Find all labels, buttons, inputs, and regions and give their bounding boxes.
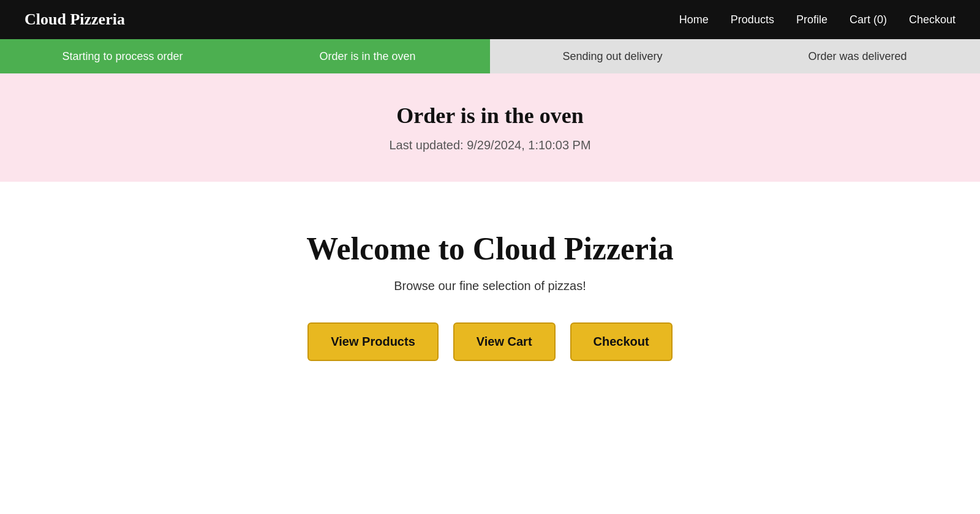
cta-button-row: View Products View Cart Checkout <box>307 322 672 361</box>
order-status-title: Order is in the oven <box>12 103 968 128</box>
brand-logo: Cloud Pizzeria <box>24 10 125 29</box>
nav-home[interactable]: Home <box>679 13 709 26</box>
welcome-title: Welcome to Cloud Pizzeria <box>306 231 673 267</box>
nav-profile[interactable]: Profile <box>796 13 827 26</box>
view-cart-button[interactable]: View Cart <box>453 322 556 361</box>
progress-step-3: Sending out delivery <box>490 39 735 73</box>
nav-cart[interactable]: Cart (0) <box>850 13 887 26</box>
nav-products[interactable]: Products <box>731 13 774 26</box>
main-content: Welcome to Cloud Pizzeria Browse our fin… <box>0 182 980 398</box>
checkout-button[interactable]: Checkout <box>570 322 673 361</box>
nav-links: Home Products Profile Cart (0) Checkout <box>679 13 956 26</box>
progress-step-2: Order is in the oven <box>245 39 490 73</box>
progress-step-4: Order was delivered <box>735 39 980 73</box>
view-products-button[interactable]: View Products <box>307 322 438 361</box>
navbar: Cloud Pizzeria Home Products Profile Car… <box>0 0 980 39</box>
order-status-banner: Order is in the oven Last updated: 9/29/… <box>0 73 980 182</box>
progress-step-1: Starting to process order <box>0 39 245 73</box>
order-progress-bar: Starting to process order Order is in th… <box>0 39 980 73</box>
nav-checkout[interactable]: Checkout <box>909 13 956 26</box>
order-last-updated: Last updated: 9/29/2024, 1:10:03 PM <box>12 138 968 152</box>
welcome-subtitle: Browse our fine selection of pizzas! <box>394 279 586 293</box>
